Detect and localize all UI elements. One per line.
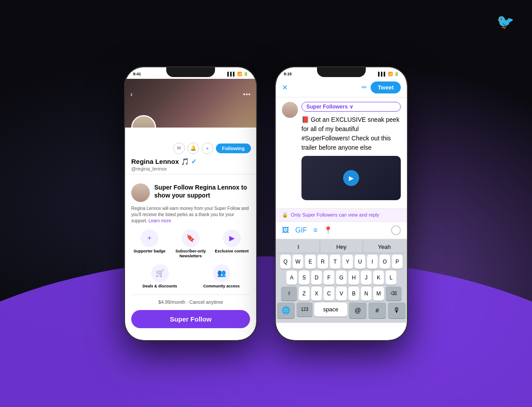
phone-1: 9:41 ▌▌▌ 📶 🔋 ‹ ••• ✉ [124,66,257,341]
list-icon[interactable]: ≡ [313,226,317,234]
key-l[interactable]: L [386,271,396,285]
perk-icon-5: 👥 [213,264,231,282]
super-follow-card: Super Follow Regina Lennox to show your … [125,178,256,333]
at-key[interactable]: @ [349,302,367,318]
phones-container: 9:41 ▌▌▌ 📶 🔋 ‹ ••• ✉ [124,66,408,341]
suggestion-i[interactable]: I [277,241,320,253]
perk-deals: 🛒 Deals & discounts [131,264,188,289]
time-2: 9:15 [284,72,292,76]
compose-toolbar: 🖼 GIF ≡ 📍 [276,222,407,239]
profile-handle: @regina_lennox [125,166,256,174]
learn-more-link[interactable]: Learn more [149,218,171,223]
name-text: Regina Lennox 🎵 [131,158,189,165]
key-d[interactable]: D [311,271,322,285]
backspace-key[interactable]: ⌫ [386,287,402,301]
shift-key[interactable]: ⇧ [281,287,297,301]
perk-community: 👥 Community access [193,264,250,289]
perk-icon-4: 🛒 [151,264,169,282]
key-o[interactable]: O [379,255,390,269]
key-c[interactable]: C [324,287,334,301]
key-f[interactable]: F [324,271,334,285]
nav-right: ✏ Tweet [362,81,401,93]
status-icons-2: ▌▌▌ 📶 🔋 [378,72,399,76]
image-icon[interactable]: 🖼 [282,226,289,234]
tweet-text[interactable]: 📕 Got an EXCLUSIVE sneak peek for all of… [301,115,401,152]
key-k[interactable]: K [373,271,384,285]
key-g[interactable]: G [336,271,347,285]
perk-newsletters: 🔖 Subscriber-only Newsletters [172,229,209,259]
perk-icon-2: 🔖 [182,229,200,247]
phone-1-screen: 9:41 ▌▌▌ 📶 🔋 ‹ ••• ✉ [125,67,256,340]
tweet-button[interactable]: Tweet [371,81,401,93]
close-button[interactable]: ✕ [282,83,288,92]
add-button[interactable]: + [202,143,213,154]
key-m[interactable]: M [373,287,384,301]
notice-text: Only Super Followers can view and reply [291,212,379,217]
following-button[interactable]: Following [216,143,251,153]
key-x[interactable]: X [311,287,322,301]
notification-button[interactable]: 🔔 [188,143,199,154]
key-n[interactable]: N [361,287,372,301]
space-key[interactable]: space [314,302,347,317]
key-i[interactable]: I [367,255,378,269]
key-p[interactable]: P [392,255,403,269]
status-icons-1: ▌▌▌ 📶 🔋 [227,72,248,76]
key-v[interactable]: V [336,287,347,301]
key-h[interactable]: H [348,271,359,285]
perk-label-5: Community access [203,284,239,289]
play-button[interactable]: ▶ [343,170,359,186]
hash-key[interactable]: # [368,302,386,318]
key-s[interactable]: S [299,271,309,285]
numbers-key[interactable]: 123 [297,302,313,317]
chevron-down-icon: ∨ [349,104,353,110]
perks-grid-row2: 🛒 Deals & discounts 👥 Community access [131,264,250,289]
location-icon[interactable]: 📍 [324,226,332,234]
key-w[interactable]: W [293,255,303,269]
message-button[interactable]: ✉ [173,143,185,154]
perk-exclusive-content: ▶ Exclusive content [213,229,250,259]
progress-circle [391,225,401,235]
time-1: 9:41 [133,72,141,76]
key-r[interactable]: R [317,255,328,269]
more-options-icon[interactable]: ••• [243,91,251,98]
key-t[interactable]: T [330,255,340,269]
key-j[interactable]: J [361,271,372,285]
wifi-icon-2: 📶 [388,72,393,76]
suggestion-yeah[interactable]: Yeah [363,241,406,253]
card-description: Regina Lennox will earn money from your … [131,205,250,224]
format-button[interactable]: ✏ [362,84,367,91]
gif-icon[interactable]: GIF [295,226,307,234]
mic-key[interactable]: 🎙 [388,302,406,318]
battery-icon-2: 🔋 [394,72,399,76]
key-y[interactable]: Y [342,255,353,269]
perk-icon-1: ＋ [141,229,158,247]
globe-key[interactable]: 🌐 [277,302,295,318]
key-e[interactable]: E [305,255,316,269]
card-header: Super Follow Regina Lennox to show your … [131,183,250,202]
card-title-block: Super Follow Regina Lennox to show your … [154,183,250,199]
key-u[interactable]: U [355,255,365,269]
super-follow-button[interactable]: Super Follow [131,310,250,328]
keyboard: I Hey Yeah Q W E R T Y U I O P [276,239,407,323]
key-z[interactable]: Z [299,287,309,301]
compose-content: Super Followers ∨ 📕 Got an EXCLUSIVE sne… [301,102,401,204]
back-arrow-icon[interactable]: ‹ [130,90,133,98]
key-b[interactable]: B [348,287,359,301]
audience-label: Super Followers [306,104,348,110]
composer-avatar [282,102,298,118]
price-text: $4.99/month · Cancel anytime [131,295,250,308]
perk-label-1: Supporter badge [133,249,165,254]
keyboard-row-4: 🌐 123 space @ # 🎙 [277,302,406,318]
keyboard-row-2: A S D F G H J K L [277,271,406,285]
key-q[interactable]: Q [280,255,291,269]
audience-selector[interactable]: Super Followers ∨ [301,102,401,112]
perk-icon-3: ▶ [223,229,241,247]
twitter-logo: 🐦 [497,13,514,30]
signal-icon-2: ▌▌▌ [378,72,387,76]
perk-label-3: Exclusive content [215,249,249,254]
keyboard-row-3: ⇧ Z X C V B N M ⌫ [277,287,406,301]
divider-1 [125,174,256,174]
wifi-icon-1: 📶 [237,72,242,76]
suggestion-hey[interactable]: Hey [320,241,363,253]
key-a[interactable]: A [286,271,297,285]
